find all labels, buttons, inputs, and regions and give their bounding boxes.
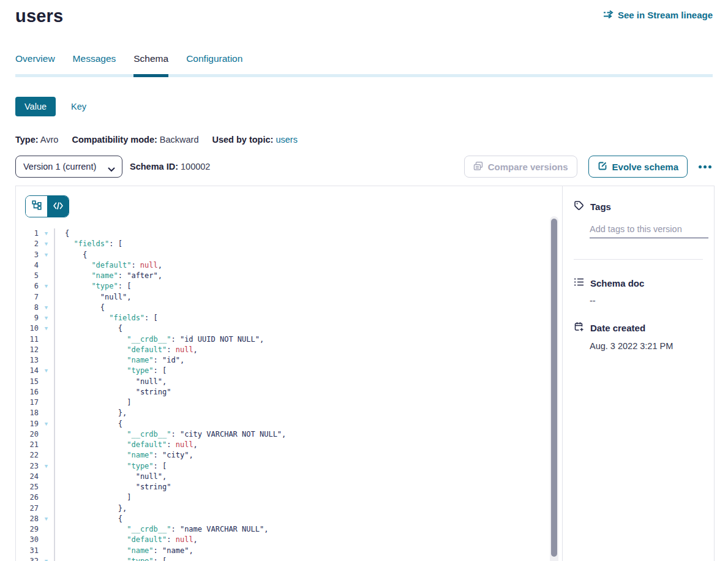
- fold-toggle-icon[interactable]: ▼: [39, 366, 54, 376]
- tags-title: Tags: [590, 201, 611, 212]
- fold-toggle-icon[interactable]: ▼: [39, 461, 54, 472]
- code-line: 6▼"type": [: [16, 281, 550, 292]
- line-number: 7: [16, 292, 39, 303]
- code-line: 5"name": "after",: [16, 271, 550, 281]
- code-text: {: [55, 228, 69, 239]
- fold-toggle-icon[interactable]: ▼: [39, 250, 54, 260]
- fold-toggle-icon[interactable]: ▼: [39, 556, 54, 561]
- code-line: 8▼{: [16, 303, 550, 313]
- code-text: "__crdb__": "id UUID NOT NULL",: [55, 334, 264, 345]
- code-text: "type": [: [55, 281, 131, 292]
- evolve-schema-label: Evolve schema: [612, 162, 678, 172]
- code-line: 31"name": "name",: [16, 546, 550, 556]
- tree-view-button[interactable]: [26, 196, 47, 217]
- code-text: "null",: [55, 292, 131, 303]
- line-number: 13: [16, 355, 39, 366]
- fold-spacer: [39, 472, 54, 482]
- code-view-button[interactable]: [47, 196, 69, 217]
- fold-toggle-icon[interactable]: ▼: [39, 323, 54, 334]
- date-created-value: Aug. 3 2022 3:21 PM: [590, 341, 703, 351]
- see-in-stream-lineage-link[interactable]: See in Stream lineage: [603, 10, 713, 20]
- tag-icon: [574, 200, 584, 213]
- evolve-schema-button[interactable]: Evolve schema: [588, 156, 688, 178]
- code-line: 15"null",: [16, 377, 550, 387]
- line-number: 30: [16, 535, 39, 545]
- code-line: 20"__crdb__": "city VARCHAR NOT NULL",: [16, 429, 550, 440]
- code-line: 16"string": [16, 387, 550, 397]
- code-line: 12"default": null,: [16, 345, 550, 355]
- fold-toggle-icon[interactable]: ▼: [39, 313, 54, 323]
- code-text: "name": "after",: [55, 271, 162, 281]
- version-select-wrap: Version 1 (current): [15, 156, 122, 178]
- code-text: "default": null,: [55, 440, 198, 450]
- tab-messages[interactable]: Messages: [73, 53, 116, 74]
- line-number: 6: [16, 281, 39, 292]
- tab-schema[interactable]: Schema: [133, 53, 168, 74]
- line-number: 14: [16, 366, 39, 376]
- fold-toggle-icon[interactable]: ▼: [39, 514, 54, 524]
- line-number: 4: [16, 260, 39, 271]
- fold-toggle-icon[interactable]: ▼: [39, 228, 54, 239]
- editor-scrollbar-track[interactable]: [550, 216, 558, 561]
- tab-configuration[interactable]: Configuration: [186, 53, 242, 74]
- meta-topic: Used by topic: users: [212, 135, 297, 145]
- schema-doc-section-header: Schema doc: [574, 277, 703, 288]
- fold-spacer: [39, 492, 54, 503]
- fold-spacer: [39, 503, 54, 514]
- code-line: 19▼{: [16, 419, 550, 429]
- tab-overview[interactable]: Overview: [15, 53, 55, 74]
- line-number: 11: [16, 334, 39, 345]
- code-text: "name": "city",: [55, 450, 193, 461]
- code-line: 17]: [16, 397, 550, 408]
- code-text: "default": null,: [55, 535, 198, 545]
- line-number: 18: [16, 408, 39, 418]
- more-options-button[interactable]: [697, 162, 713, 172]
- fold-spacer: [39, 408, 54, 418]
- code-line: 11"__crdb__": "id UUID NOT NULL",: [16, 334, 550, 345]
- schema-detail-panel: 1▼{2▼"fields": [3▼{4"default": null,5"na…: [15, 186, 715, 561]
- code-line: 7"null",: [16, 292, 550, 303]
- used-by-topic-link[interactable]: users: [276, 135, 297, 145]
- fold-spacer: [39, 334, 54, 345]
- add-tags-input[interactable]: [590, 224, 708, 238]
- editor-scrollbar-thumb[interactable]: [551, 219, 557, 557]
- fold-spacer: [39, 440, 54, 450]
- code-line: 1▼{: [16, 228, 550, 239]
- meta-type-label: Type:: [15, 135, 39, 145]
- code-line: 32▼"type": [: [16, 556, 550, 561]
- key-tab-button[interactable]: Key: [71, 102, 86, 111]
- fold-toggle-icon[interactable]: ▼: [39, 303, 54, 313]
- date-created-section-header: Date created: [574, 322, 703, 334]
- line-number: 5: [16, 271, 39, 281]
- code-text: "fields": [: [55, 239, 122, 249]
- fold-spacer: [39, 260, 54, 271]
- line-number: 27: [16, 503, 39, 514]
- code-text: {: [55, 419, 122, 429]
- code-text: {: [55, 323, 122, 334]
- code-text: "type": [: [55, 556, 167, 561]
- lineage-label: See in Stream lineage: [618, 10, 713, 20]
- fold-spacer: [39, 546, 54, 556]
- code-line: 25"string": [16, 482, 550, 492]
- code-view-icon: [53, 201, 63, 212]
- value-tab-button[interactable]: Value: [15, 97, 56, 116]
- fold-spacer: [39, 345, 54, 355]
- fold-spacer: [39, 450, 54, 461]
- line-number: 12: [16, 345, 39, 355]
- schema-id: Schema ID: 100002: [130, 162, 210, 171]
- line-number: 19: [16, 419, 39, 429]
- fold-spacer: [39, 387, 54, 397]
- fold-toggle-icon[interactable]: ▼: [39, 281, 54, 292]
- schema-page: users See in Stream lineage Overview Mes…: [0, 0, 728, 561]
- version-select[interactable]: Version 1 (current): [15, 156, 122, 178]
- code-text: "string": [55, 387, 171, 397]
- compare-versions-button[interactable]: Compare versions: [464, 156, 577, 178]
- fold-toggle-icon[interactable]: ▼: [39, 239, 54, 249]
- sidebar-divider: [574, 259, 703, 260]
- code-text: "string": [55, 482, 171, 492]
- code-line: 3▼{: [16, 250, 550, 260]
- code-line: 21"default": null,: [16, 440, 550, 450]
- compare-versions-icon: [473, 161, 483, 173]
- line-number: 28: [16, 514, 39, 524]
- fold-toggle-icon[interactable]: ▼: [39, 419, 54, 429]
